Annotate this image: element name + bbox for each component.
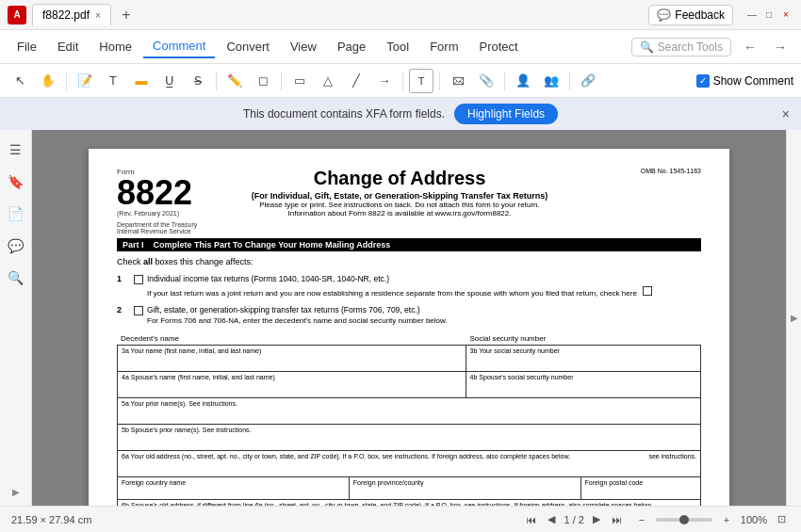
text-comment-btn[interactable]: T <box>101 69 125 93</box>
new-tab-button[interactable]: + <box>117 6 136 24</box>
field-4b[interactable]: 4b Spouse's social security number <box>466 372 700 397</box>
field-6a[interactable]: 6a Your old address (no., street, apt. n… <box>117 450 701 477</box>
statusbar: 21.59 × 27.94 cm ⏮ ◀ 1 / 2 ▶ ⏭ − + 100% … <box>0 506 801 532</box>
field-3a[interactable]: 3a Your name (first name, initial, and l… <box>118 346 466 371</box>
menu-comment[interactable]: Comment <box>143 35 215 58</box>
row1-checkbox[interactable] <box>134 275 143 284</box>
panel-layers-icon[interactable]: ☰ <box>4 137 28 162</box>
field-foreign-country[interactable]: Foreign country name <box>118 477 350 499</box>
sticky-note-btn[interactable]: 📝 <box>73 69 97 93</box>
zoom-in-button[interactable]: + <box>718 511 735 528</box>
menu-tool[interactable]: Tool <box>377 36 418 57</box>
nav-icons: ← → <box>737 34 793 60</box>
menu-file[interactable]: File <box>8 36 46 57</box>
group-btn[interactable]: 👥 <box>539 69 564 93</box>
field-4a[interactable]: 4a Spouse's name (first name, initial, a… <box>118 372 466 397</box>
hand-tool-btn[interactable]: ✋ <box>36 69 60 93</box>
notification-message: This document contains XFA form fields. <box>243 107 445 121</box>
first-page-button[interactable]: ⏮ <box>522 511 539 528</box>
field-5a[interactable]: 5a Your prior name(s). See instructions. <box>117 397 701 425</box>
zoom-slider[interactable] <box>656 518 712 522</box>
form-header: Form 8822 (Rev. February 2021) Change of… <box>117 168 701 218</box>
toolbar: ↖ ✋ 📝 T ▬ U̲ S̶ ✏️ ◻ ▭ △ ╱ → T 🖂 📎 👤 👥 🔗… <box>0 64 801 98</box>
panel-pages-icon[interactable]: 📄 <box>4 202 28 226</box>
next-page-button[interactable]: ▶ <box>588 511 605 528</box>
menu-view[interactable]: View <box>281 36 326 57</box>
menu-form[interactable]: Form <box>420 36 467 57</box>
menu-protect[interactable]: Protect <box>469 36 527 57</box>
stamp-btn[interactable]: 🖂 <box>446 69 470 93</box>
nav-forward-icon[interactable]: → <box>767 34 793 60</box>
prev-page-button[interactable]: ◀ <box>543 511 560 528</box>
titlebar-left: A f8822.pdf × + <box>8 4 648 25</box>
highlight-btn[interactable]: ▬ <box>129 69 154 93</box>
field-foreign-postal[interactable]: Foreign postal code <box>581 477 700 499</box>
search-placeholder: Search Tools <box>658 40 723 54</box>
row-1-text: Individual income tax returns (Forms 104… <box>147 274 656 298</box>
field-4a-value <box>122 380 462 395</box>
menu-home[interactable]: Home <box>90 36 141 57</box>
highlight-fields-button[interactable]: Highlight Fields <box>454 104 558 124</box>
panel-expand-button[interactable]: ▶ <box>9 485 23 498</box>
row-2-sub: For Forms 706 and 706-NA, enter the dece… <box>147 316 448 325</box>
menu-page[interactable]: Page <box>328 36 375 57</box>
search-tools-area[interactable]: 🔍 Search Tools <box>631 38 731 56</box>
part-label: Part I <box>123 240 144 250</box>
field-fpc-value <box>585 486 696 497</box>
user-btn[interactable]: 👤 <box>511 69 535 93</box>
social-security-header: Social security number <box>466 332 701 345</box>
form-note2: Information about Form 8822 is available… <box>202 209 597 218</box>
link-btn[interactable]: 🔗 <box>576 69 600 93</box>
draw-btn[interactable]: ✏️ <box>222 69 247 93</box>
row-2-num: 2 <box>117 305 128 314</box>
field-6a-label-row: 6a Your old address (no., street, apt. n… <box>122 453 696 459</box>
last-page-button[interactable]: ⏭ <box>609 511 626 528</box>
field-fp-value <box>353 486 577 497</box>
menu-convert[interactable]: Convert <box>217 36 279 57</box>
panel-comment-icon[interactable]: 💬 <box>4 234 28 258</box>
page-info: 1 / 2 <box>564 514 583 525</box>
rect-btn[interactable]: ▭ <box>287 69 312 93</box>
fit-page-button[interactable]: ⊡ <box>773 511 790 528</box>
restore-button[interactable]: □ <box>761 8 776 23</box>
zoom-out-button[interactable]: − <box>633 511 650 528</box>
separator-6 <box>504 72 505 90</box>
attach-btn[interactable]: 📎 <box>474 69 499 93</box>
arrow-btn[interactable]: → <box>372 69 397 93</box>
pdf-area[interactable]: Form 8822 (Rev. February 2021) Change of… <box>32 130 786 506</box>
row1-sub-checkbox[interactable] <box>643 286 652 296</box>
field-3a-value <box>122 354 462 369</box>
select-tool-btn[interactable]: ↖ <box>8 69 32 93</box>
field-foreign-province[interactable]: Foreign province/county <box>350 477 581 499</box>
menu-edit[interactable]: Edit <box>48 36 88 57</box>
eraser-btn[interactable]: ◻ <box>251 69 275 93</box>
tab-file[interactable]: f8822.pdf × <box>32 4 111 25</box>
minimize-button[interactable]: — <box>744 8 760 23</box>
dept-line1: Department of the Treasury <box>117 221 701 228</box>
show-comment-checkbox[interactable]: ✓ <box>696 74 710 88</box>
form-row-1: 1 Individual income tax returns (Forms 1… <box>117 274 701 298</box>
field-5a-value <box>122 407 696 422</box>
field-5a-label: 5a Your prior name(s). See instructions. <box>122 400 696 407</box>
notification-close-button[interactable]: × <box>782 106 790 121</box>
strikethrough-btn[interactable]: S̶ <box>186 69 210 93</box>
shape-btn[interactable]: △ <box>316 69 340 93</box>
line-btn[interactable]: ╱ <box>344 69 368 93</box>
nav-back-icon[interactable]: ← <box>737 34 763 60</box>
underline-btn[interactable]: U̲ <box>157 69 182 93</box>
close-button[interactable]: × <box>778 8 793 23</box>
right-panel[interactable]: ▶ <box>786 130 801 506</box>
panel-bookmark-icon[interactable]: 🔖 <box>4 169 28 194</box>
text-box-btn[interactable]: T <box>409 69 433 93</box>
feedback-button[interactable]: 💬 Feedback <box>648 5 733 25</box>
field-3b-label: 3b Your social security number <box>470 347 696 354</box>
row2-checkbox[interactable] <box>134 306 143 315</box>
field-3b[interactable]: 3b Your social security number <box>466 346 700 371</box>
field-6b[interactable]: 6b Spouse's old address, if different fr… <box>117 499 701 506</box>
field-6b-label: 6b Spouse's old address, if different fr… <box>122 502 696 506</box>
tab-close-button[interactable]: × <box>95 10 101 21</box>
field-5b[interactable]: 5b Spouse's prior name(s). See instructi… <box>117 424 701 451</box>
panel-search-icon[interactable]: 🔍 <box>4 266 28 290</box>
field-fp-label: Foreign province/county <box>353 479 577 486</box>
field-5b-label: 5b Spouse's prior name(s). See instructi… <box>122 427 696 433</box>
